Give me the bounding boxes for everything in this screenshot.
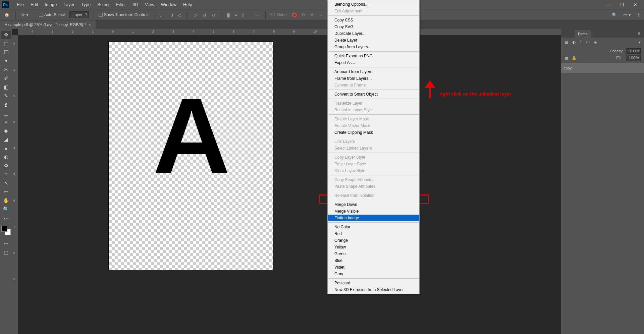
tool-5[interactable]: ✐ <box>1 74 11 82</box>
ctx-merge-down[interactable]: Merge Down <box>328 201 419 208</box>
tool-0[interactable]: ✥ <box>1 31 11 39</box>
ctx-new-3d-extrusion-from-selected-layer[interactable]: New 3D Extrusion from Selected Layer <box>328 286 419 293</box>
fill-value[interactable]: 100% <box>626 55 641 61</box>
tool-6[interactable]: ◧ <box>1 83 11 91</box>
move-tool-icon[interactable]: ✥ ▾ <box>20 12 29 17</box>
lock-image-icon[interactable]: 🔒 <box>572 56 577 60</box>
align-vcenter-icon[interactable]: ⫑ <box>202 12 207 17</box>
artboard[interactable]: A <box>109 42 273 270</box>
align-left-icon[interactable]: ⫍ <box>159 12 165 17</box>
menu-edit[interactable]: Edit <box>27 0 41 9</box>
close-button[interactable]: ✕ <box>629 2 642 7</box>
more-align-icon[interactable]: ⋯ <box>255 12 261 17</box>
menu-file[interactable]: File <box>13 0 27 9</box>
color-swatches[interactable] <box>1 226 11 235</box>
ctx-flatten-image[interactable]: Flatten Image <box>328 215 419 221</box>
ctx-no-color[interactable]: No Color <box>328 224 419 230</box>
menu-type[interactable]: Type <box>78 0 94 9</box>
menu-3d[interactable]: 3D <box>129 0 142 9</box>
filter-toggle-icon[interactable]: ● <box>638 40 641 45</box>
tool-9[interactable]: ▁ <box>1 109 11 117</box>
ctx-orange[interactable]: Orange <box>328 237 419 244</box>
menu-select[interactable]: Select <box>94 0 113 9</box>
ctx-export-as[interactable]: Export As... <box>328 59 419 66</box>
ctx-violet[interactable]: Violet <box>328 264 419 271</box>
panel-tab-paths[interactable]: Paths <box>575 30 591 38</box>
close-tab-icon[interactable]: × <box>89 22 91 27</box>
filter-shape-icon[interactable]: ▭ <box>586 40 590 45</box>
menu-layer[interactable]: Layer <box>60 0 78 9</box>
align-top-icon[interactable]: ⫐ <box>193 12 198 17</box>
ctx-convert-to-smart-object[interactable]: Convert to Smart Object <box>328 91 419 98</box>
tool-3[interactable]: ✦ <box>1 57 11 65</box>
tool-21[interactable]: ⋯ <box>1 214 11 222</box>
document-tab[interactable]: A sample.pdf @ 25% (Layer 1 copy, RGB/8)… <box>0 20 96 29</box>
ctx-artboard-from-layers[interactable]: Artboard from Layers... <box>328 68 419 75</box>
tool-10[interactable]: ⟡ <box>1 118 11 126</box>
filter-adjust-icon[interactable]: ◐ <box>572 40 576 45</box>
distribute-v-icon[interactable]: ≡ <box>234 12 238 17</box>
menu-view[interactable]: View <box>142 0 158 9</box>
distribute-more-icon[interactable]: || <box>241 12 245 17</box>
align-right-icon[interactable]: ⫏ <box>177 12 183 17</box>
tool-20[interactable]: 🔍 <box>1 205 11 213</box>
ctx-yellow[interactable]: Yellow <box>328 244 419 250</box>
filter-pixel-icon[interactable]: ▦ <box>565 40 568 45</box>
tool-13[interactable]: ● <box>1 144 11 152</box>
tool-11[interactable]: ◆ <box>1 127 11 135</box>
ctx-group-from-layers[interactable]: Group from Layers... <box>328 44 419 50</box>
panel-tab-channels[interactable] <box>568 34 575 38</box>
ctx-frame-from-layers[interactable]: Frame from Layers... <box>328 75 419 82</box>
ctx-merge-visible[interactable]: Merge Visible <box>328 208 419 215</box>
ctx-postcard[interactable]: Postcard <box>328 280 419 286</box>
ctx-create-clipping-mask[interactable]: Create Clipping Mask <box>328 129 419 136</box>
tool-8[interactable]: ₤ <box>1 101 11 109</box>
ctx-duplicate-layer[interactable]: Duplicate Layer... <box>328 30 419 37</box>
tool-7[interactable]: ✎ <box>1 92 11 100</box>
tool-14[interactable]: ◐ <box>1 153 11 161</box>
ctx-copy-css[interactable]: Copy CSS <box>328 17 419 23</box>
ctx-blue[interactable]: Blue <box>328 257 419 264</box>
filter-type-icon[interactable]: T <box>580 40 582 45</box>
tool-18[interactable]: ▭ <box>1 188 11 196</box>
ctx-quick-export-as-png[interactable]: Quick Export as PNG <box>328 53 419 59</box>
auto-select-target-dropdown[interactable]: Layer <box>69 11 89 18</box>
workspace-dropdown-icon[interactable]: ▭ ▾ <box>623 12 632 17</box>
menu-filter[interactable]: Filter <box>113 0 129 9</box>
align-center-icon[interactable]: ⫎ <box>168 12 174 17</box>
tool-12[interactable]: ◢ <box>1 135 11 144</box>
menu-help[interactable]: Help <box>180 0 196 9</box>
ctx-gray[interactable]: Gray <box>328 271 419 277</box>
share-icon[interactable]: ⇪ <box>636 12 641 17</box>
ctx-delete-layer[interactable]: Delete Layer <box>328 37 419 44</box>
screen-mode-1[interactable]: ▢ <box>1 248 11 257</box>
tool-1[interactable]: ⬚ <box>1 40 11 48</box>
auto-select-check[interactable]: Auto-Select: <box>39 12 66 17</box>
tool-2[interactable]: ❏ <box>1 48 11 56</box>
ctx-blending-options[interactable]: Blending Options... <box>328 1 419 8</box>
align-bottom-icon[interactable]: ⫒ <box>211 12 216 17</box>
filter-smart-icon[interactable]: ◈ <box>594 40 597 45</box>
layer-row[interactable]: copy <box>561 63 644 73</box>
ctx-copy-svg[interactable]: Copy SVG <box>328 23 419 30</box>
screen-mode-0[interactable]: ▭ <box>1 240 11 248</box>
tool-19[interactable]: ✋ <box>1 197 11 205</box>
home-button[interactable]: 🏠 <box>3 11 11 19</box>
tool-16[interactable]: T <box>1 170 11 178</box>
minimize-button[interactable]: — <box>602 2 615 7</box>
opacity-value[interactable]: 100% <box>626 48 641 54</box>
ctx-red[interactable]: Red <box>328 230 419 237</box>
tool-15[interactable]: ✿ <box>1 162 11 170</box>
menu-image[interactable]: Image <box>41 0 60 9</box>
distribute-h-icon[interactable]: ||| <box>226 12 231 17</box>
search-icon[interactable]: 🔍 <box>611 12 618 17</box>
panel-flyout-icon[interactable]: ≣ <box>634 30 644 38</box>
panel-tab-layers[interactable] <box>561 34 568 38</box>
ctx-green[interactable]: Green <box>328 250 419 257</box>
maximize-button[interactable]: ❐ <box>615 2 629 7</box>
show-transform-check[interactable]: Show Transform Controls <box>99 12 149 17</box>
menu-window[interactable]: Window <box>158 0 180 9</box>
lock-transparent-icon[interactable]: ▦ <box>565 56 568 60</box>
tool-17[interactable]: ↖ <box>1 179 11 187</box>
tool-4[interactable]: ✂ <box>1 66 11 74</box>
